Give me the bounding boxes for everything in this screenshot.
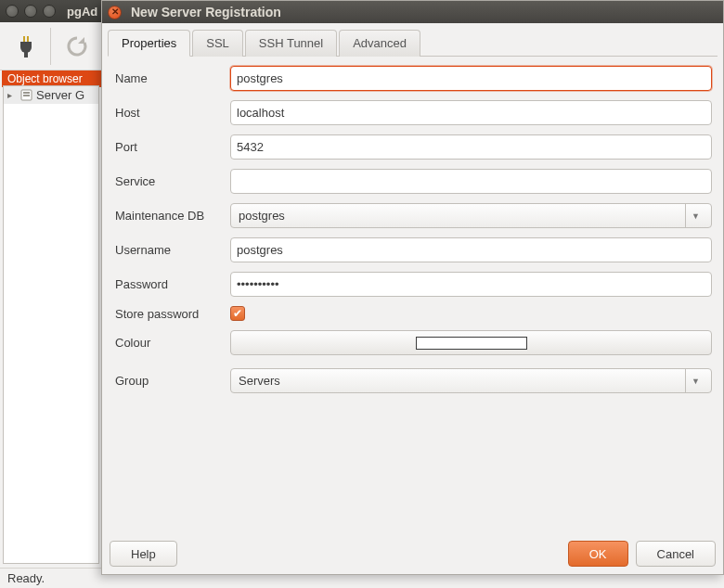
svg-rect-2 bbox=[24, 52, 28, 58]
main-window-title: pgAd bbox=[67, 5, 97, 19]
toolbar-separator bbox=[50, 28, 51, 65]
svg-rect-0 bbox=[23, 36, 25, 42]
username-input[interactable] bbox=[230, 237, 712, 262]
tab-ssh-tunnel[interactable]: SSH Tunnel bbox=[245, 30, 337, 57]
tree-expand-icon[interactable]: ▸ bbox=[7, 90, 17, 100]
service-label: Service bbox=[113, 174, 230, 188]
tab-properties[interactable]: Properties bbox=[108, 30, 190, 57]
check-icon: ✔ bbox=[233, 308, 242, 319]
window-maximize-icon[interactable] bbox=[43, 5, 56, 18]
properties-form: Name Host Port Service Maintenance DB po… bbox=[108, 57, 718, 408]
maintenance-db-value: postgres bbox=[237, 209, 285, 223]
host-label: Host bbox=[113, 106, 230, 120]
chevron-down-icon: ▼ bbox=[685, 204, 705, 227]
ok-button[interactable]: OK bbox=[568, 541, 628, 567]
maintenance-db-label: Maintenance DB bbox=[113, 209, 230, 223]
help-button[interactable]: Help bbox=[110, 541, 177, 567]
svg-rect-5 bbox=[23, 95, 30, 96]
store-password-label: Store password bbox=[113, 307, 230, 321]
password-input[interactable] bbox=[230, 272, 712, 297]
group-value: Servers bbox=[237, 374, 280, 388]
dialog-button-bar: Help OK Cancel bbox=[110, 541, 716, 567]
status-text: Ready. bbox=[7, 571, 45, 585]
maintenance-db-select[interactable]: postgres ▼ bbox=[230, 203, 712, 228]
tree-item-label: Server G bbox=[36, 88, 84, 102]
close-icon[interactable]: ✕ bbox=[108, 6, 122, 19]
window-minimize-icon[interactable] bbox=[24, 5, 37, 18]
dialog-titlebar: ✕ New Server Registration bbox=[102, 1, 723, 23]
tree-item-server-groups[interactable]: ▸ Server G bbox=[4, 86, 98, 104]
store-password-checkbox[interactable]: ✔ bbox=[230, 306, 245, 321]
port-label: Port bbox=[113, 140, 230, 154]
name-label: Name bbox=[113, 71, 230, 85]
dialog-title: New Server Registration bbox=[131, 5, 281, 19]
cancel-button[interactable]: Cancel bbox=[636, 541, 716, 567]
group-label: Group bbox=[113, 374, 230, 388]
name-input[interactable] bbox=[230, 66, 712, 91]
plug-icon[interactable] bbox=[6, 28, 43, 65]
host-input[interactable] bbox=[230, 100, 712, 125]
service-input[interactable] bbox=[230, 169, 712, 194]
object-browser-panel: ▸ Server G bbox=[3, 85, 99, 564]
server-group-icon bbox=[19, 89, 32, 102]
refresh-icon[interactable] bbox=[58, 28, 96, 65]
dialog-tabs: Properties SSL SSH Tunnel Advanced bbox=[108, 29, 718, 57]
group-select[interactable]: Servers ▼ bbox=[230, 368, 712, 393]
svg-rect-4 bbox=[23, 92, 30, 94]
port-input[interactable] bbox=[230, 134, 712, 160]
svg-rect-1 bbox=[27, 36, 29, 42]
colour-button[interactable] bbox=[230, 330, 712, 355]
colour-swatch bbox=[416, 337, 527, 350]
new-server-dialog: ✕ New Server Registration Properties SSL… bbox=[101, 0, 724, 575]
window-close-icon[interactable] bbox=[6, 5, 19, 18]
username-label: Username bbox=[113, 243, 230, 257]
tab-advanced[interactable]: Advanced bbox=[339, 30, 420, 57]
tab-ssl[interactable]: SSL bbox=[192, 30, 243, 57]
chevron-down-icon: ▼ bbox=[685, 369, 705, 392]
password-label: Password bbox=[113, 277, 230, 291]
colour-label: Colour bbox=[113, 336, 230, 350]
